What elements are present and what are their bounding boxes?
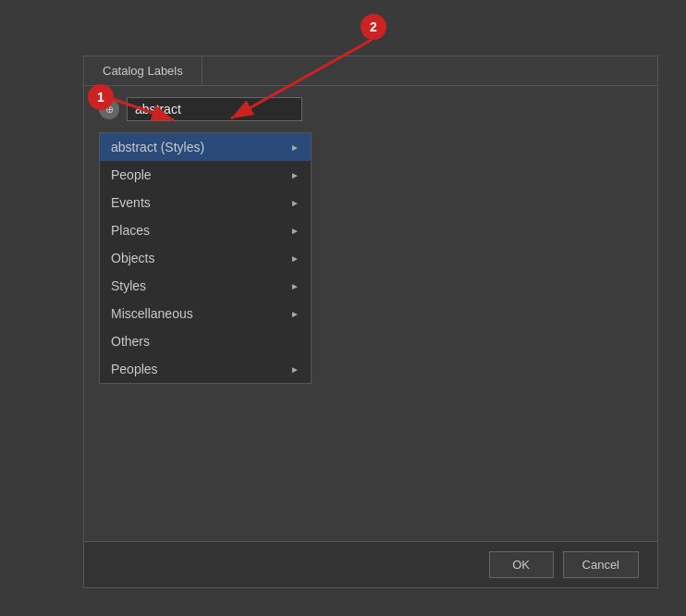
annotation-2: 2 <box>361 14 386 40</box>
search-input[interactable] <box>127 97 302 121</box>
tab-bar: Catalog Labels <box>84 56 657 86</box>
cancel-button[interactable]: Cancel <box>563 551 639 578</box>
dropdown-menu: abstract (Styles) ► People ► Events ► Pl… <box>99 132 312 384</box>
dropdown-item-peoples[interactable]: Peoples ► <box>100 355 311 383</box>
submenu-arrow-icon: ► <box>290 142 300 153</box>
tab-catalog-labels[interactable]: Catalog Labels <box>84 56 202 85</box>
dropdown-item-abstract-styles[interactable]: abstract (Styles) ► <box>100 133 311 161</box>
submenu-arrow-icon: ► <box>290 281 300 291</box>
submenu-arrow-icon: ► <box>290 226 300 236</box>
dialog-footer: OK Cancel <box>84 541 657 587</box>
search-row: ⊕ <box>99 97 643 121</box>
dropdown-item-places[interactable]: Places ► <box>100 216 311 244</box>
annotation-1: 1 <box>88 84 114 110</box>
ok-button[interactable]: OK <box>489 551 554 578</box>
dialog-content: ⊕ abstract (Styles) ► People ► Events ► … <box>84 86 657 138</box>
catalog-labels-dialog: Catalog Labels ⊕ abstract (Styles) ► Peo… <box>83 55 658 588</box>
submenu-arrow-icon: ► <box>290 309 300 319</box>
submenu-arrow-icon: ► <box>290 253 300 264</box>
dropdown-item-styles[interactable]: Styles ► <box>100 272 311 300</box>
dropdown-item-miscellaneous[interactable]: Miscellaneous ► <box>100 300 311 327</box>
submenu-arrow-icon: ► <box>290 364 300 375</box>
submenu-arrow-icon: ► <box>290 170 300 180</box>
dropdown-item-objects[interactable]: Objects ► <box>100 244 311 272</box>
dropdown-item-events[interactable]: Events ► <box>100 189 311 216</box>
dropdown-item-others[interactable]: Others ► <box>100 327 311 355</box>
submenu-arrow-icon: ► <box>290 198 300 208</box>
dropdown-item-people[interactable]: People ► <box>100 161 311 189</box>
